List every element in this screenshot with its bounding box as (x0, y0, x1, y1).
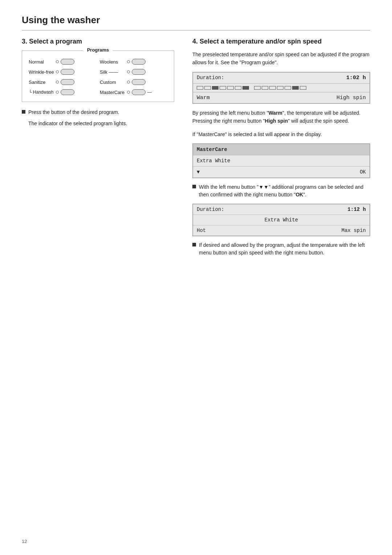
seg-l3 (212, 86, 219, 90)
seg-l7 (242, 86, 249, 90)
seg-r6 (292, 86, 299, 90)
bullet-sq-2 (192, 185, 196, 188)
programs-box: Programs Normal Woolens Wrinkle-free (22, 50, 174, 102)
mc-item-row: Extra White (193, 155, 369, 166)
prog-name-woolens: Woolens (100, 59, 125, 65)
display2-bot-row: Hot Max spin (193, 225, 369, 236)
prog-item-mastercare: MasterCare — (100, 89, 167, 95)
seg-l6 (235, 86, 241, 90)
display-screen-1: Duration: 1:02 h (192, 72, 370, 104)
body-warm-text: By pressing the left menu button "Warm",… (192, 109, 370, 125)
prog-btn-sanitize[interactable] (61, 79, 74, 85)
body-mastercare-text: If "MasterCare" is selected a list will … (192, 130, 370, 138)
prog-btn-mastercare[interactable] (132, 89, 146, 95)
mc-ok-label: OK (360, 169, 366, 175)
seg-r5 (285, 86, 291, 90)
bullet-press-button: Press the button of the desired program. (22, 109, 174, 116)
display2-spin: Max spin (342, 228, 366, 233)
display1-spin: High spin (336, 95, 366, 101)
mc-header-row: MasterCare (193, 144, 369, 155)
display2-temp: Hot (197, 228, 206, 233)
warm-bold: Warm (269, 110, 282, 116)
prog-dot-sanitize (56, 81, 59, 83)
right-bullet-list: With the left menu button "▼▼" additiona… (192, 183, 370, 199)
ok-bold: OK (295, 192, 303, 197)
seg-r3 (269, 86, 276, 90)
prog-name-normal: Normal (29, 59, 54, 65)
prog-name-handwash: └ Handwash (29, 90, 54, 95)
prog-dot-woolens (127, 60, 130, 63)
display2-mid-row: Extra White (193, 215, 369, 225)
seg-r1 (254, 86, 261, 90)
prog-btn-handwash[interactable] (61, 89, 74, 95)
display2-time: 1:12 h (348, 207, 366, 212)
highspin-bold: High spin (265, 118, 288, 124)
seg-r7 (300, 86, 306, 90)
prog-btn-woolens[interactable] (132, 59, 146, 65)
prog-item-silk: Silk —— (100, 69, 167, 75)
display1-duration-label: Duration: (197, 75, 224, 81)
prog-name-sanitize: Sanitize (29, 79, 54, 85)
mc-footer-row: ▼ OK (193, 166, 369, 177)
seg-l1 (197, 86, 203, 90)
display2-duration-label: Duration: (197, 207, 224, 212)
prog-name-custom: Custom (100, 79, 125, 85)
mc-arrow-icon: ▼ (197, 169, 200, 175)
prog-dot-custom (127, 81, 130, 83)
prog-item-wrinklefree: Wrinkle-free (29, 69, 96, 75)
prog-name-mastercare: MasterCare (100, 90, 125, 95)
bullet-sq-3 (192, 243, 196, 246)
prog-item-sanitize: Sanitize (29, 79, 96, 85)
prog-btn-wrinklefree[interactable] (61, 69, 74, 75)
right-section-title: 4. Select a temperature and/or spin spee… (192, 38, 370, 45)
seg-l2 (204, 86, 211, 90)
display2-top-row: Duration: 1:12 h (193, 204, 369, 215)
prog-item-woolens: Woolens (100, 59, 167, 65)
prog-dot-wrinklefree (56, 70, 59, 73)
display1-temp: Warm (197, 95, 210, 101)
prog-item-normal: Normal (29, 59, 96, 65)
bullet-left-menu: With the left menu button "▼▼" additiona… (192, 183, 370, 199)
seg-r4 (277, 86, 283, 90)
prog-dot-normal (56, 60, 59, 63)
prog-dot-silk (127, 70, 130, 73)
programs-label: Programs (83, 47, 113, 53)
bullet-sq-1 (22, 110, 25, 114)
prog-name-wrinklefree: Wrinkle-free (29, 69, 54, 75)
display1-bottom-row: Warm High spin (193, 92, 369, 103)
sub-text-indicator: The indicator of the selected program li… (28, 120, 174, 127)
bullet-adjust-text: If desired and allowed by the program, a… (199, 241, 370, 257)
right-intro: The preselected temperature and/or spin … (192, 50, 370, 67)
page-title: Using the washer (22, 15, 370, 30)
seg-l5 (227, 86, 234, 90)
prog-item-handwash: └ Handwash (29, 89, 96, 95)
mastercare-display: MasterCare Extra White ▼ OK (192, 143, 370, 178)
seg-l4 (220, 86, 226, 90)
prog-dot-handwash (56, 91, 59, 94)
display1-progress-row (193, 83, 369, 92)
prog-item-custom: Custom (100, 79, 167, 85)
page-number: 12 (22, 539, 27, 544)
down-arrow-icon: ▼▼ (259, 184, 269, 190)
prog-btn-normal[interactable] (61, 59, 74, 65)
left-bullet-list: Press the button of the desired program. (22, 109, 174, 116)
display1-time: 1:02 h (346, 75, 366, 81)
left-section-title: 3. Select a program (22, 38, 174, 45)
prog-btn-custom[interactable] (132, 79, 146, 85)
display-screen-2: Duration: 1:12 h Extra White Hot Max spi… (192, 204, 370, 236)
right-bullet-list-2: If desired and allowed by the program, a… (192, 241, 370, 257)
display1-top-row: Duration: 1:02 h (193, 73, 369, 83)
prog-btn-silk[interactable] (132, 69, 146, 75)
prog-name-silk: Silk —— (100, 69, 125, 75)
bullet-adjust-temp: If desired and allowed by the program, a… (192, 241, 370, 257)
bullet-left-menu-text: With the left menu button "▼▼" additiona… (199, 183, 370, 199)
prog-dot-mastercare (127, 91, 130, 94)
seg-r2 (262, 86, 268, 90)
